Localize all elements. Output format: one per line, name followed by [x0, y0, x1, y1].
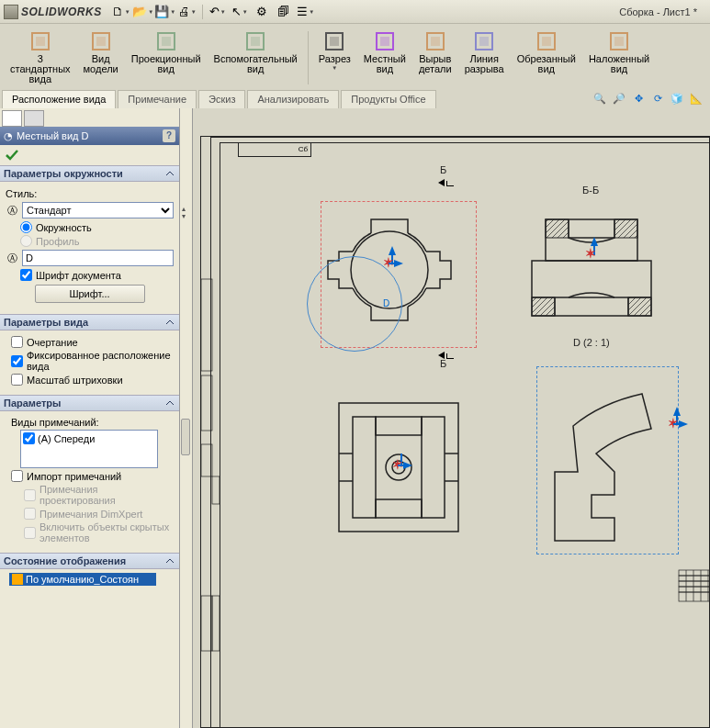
- ribbon-вспомогательный[interactable]: Вспомогательныйвид: [208, 28, 304, 88]
- ribbon-наложенный[interactable]: Наложенныйвид: [582, 28, 656, 88]
- fixed-pos-check[interactable]: [11, 355, 23, 367]
- splitter-arrows-icon: ▴▾: [182, 206, 186, 220]
- ribbon-3[interactable]: 3стандартныхвида: [4, 28, 77, 88]
- style-combo[interactable]: Стандарт: [22, 202, 174, 218]
- profile-radio[interactable]: [20, 235, 32, 247]
- svg-rect-1: [36, 37, 45, 46]
- svg-rect-9: [330, 37, 339, 46]
- circle-radio-label: Окружность: [36, 222, 92, 233]
- panel-splitter[interactable]: ▴▾: [180, 108, 193, 728]
- list-icon: ☰: [297, 6, 308, 17]
- detail-circle-label: D: [383, 298, 389, 308]
- undo-icon: ↶: [209, 6, 220, 17]
- panel-tab-feature[interactable]: [2, 110, 22, 127]
- chevron-up-icon[interactable]: [164, 168, 175, 179]
- ribbon-icon: [473, 30, 495, 52]
- ribbon-вырыв[interactable]: Вырывдетали: [412, 28, 458, 88]
- drawing-canvas[interactable]: Сб: [193, 108, 710, 728]
- font-button[interactable]: Шрифт...: [35, 285, 145, 303]
- ribbon-обрезанный[interactable]: Обрезанныйвид: [511, 28, 582, 88]
- ribbon-вид[interactable]: Видмодели: [77, 28, 125, 88]
- name-icon: Ⓐ: [6, 252, 18, 265]
- splitter-handle[interactable]: [181, 419, 190, 455]
- logo-cube-icon: [4, 5, 18, 19]
- doc-font-label: Шрифт документа: [36, 270, 121, 281]
- chevron-up-icon[interactable]: [164, 398, 175, 409]
- open-button[interactable]: 📂▼: [133, 3, 153, 21]
- pm-body[interactable]: Параметры окружности Стиль: Ⓐ Стандарт О…: [0, 165, 179, 728]
- title-block-cell: Сб: [238, 142, 311, 157]
- note-types-list[interactable]: (А) Спереди: [20, 430, 158, 468]
- select-icon: ↖: [231, 6, 242, 17]
- ribbon-icon: [608, 30, 630, 52]
- print-icon: 🖨: [178, 6, 190, 17]
- ok-button[interactable]: [4, 147, 20, 163]
- import-notes-check[interactable]: [11, 470, 23, 482]
- svg-rect-15: [479, 37, 489, 46]
- display-state-item[interactable]: По умолчанию_Состоян: [9, 573, 156, 586]
- svg-rect-3: [96, 37, 106, 46]
- ribbon-icon: [155, 30, 177, 52]
- section-view-params[interactable]: Параметры вида: [0, 314, 179, 330]
- outline-check[interactable]: [11, 336, 23, 348]
- app-logo: SOLIDWORKS: [4, 5, 102, 19]
- help-button[interactable]: ?: [163, 129, 175, 142]
- doc-font-check[interactable]: [20, 269, 32, 281]
- pm-title: Местный вид D: [17, 130, 89, 141]
- tab-0[interactable]: Расположение вида: [2, 90, 116, 108]
- svg-rect-5: [162, 37, 171, 46]
- tab-3[interactable]: Анализировать: [247, 90, 339, 108]
- detail-view-box[interactable]: [536, 366, 679, 554]
- pm-confirm-bar: [0, 145, 179, 165]
- save-button[interactable]: 💾▼: [155, 3, 175, 21]
- rebuild-button[interactable]: ⚙: [252, 3, 272, 21]
- property-manager: ◔ Местный вид D ? Параметры окружности С…: [0, 108, 180, 728]
- pan-icon[interactable]: ✥: [630, 90, 647, 106]
- zoom-area-icon[interactable]: 🔎: [611, 90, 627, 106]
- svg-rect-7: [251, 37, 260, 46]
- display-style-icon[interactable]: 🧊: [669, 90, 685, 106]
- circle-radio[interactable]: [20, 221, 32, 233]
- options-button[interactable]: 🗐: [274, 3, 294, 21]
- tab-1[interactable]: Примечание: [118, 90, 197, 108]
- chevron-up-icon[interactable]: [164, 317, 175, 328]
- ribbon-icon: [535, 30, 558, 52]
- ribbon-линия[interactable]: Линияразрыва: [458, 28, 511, 88]
- list-button[interactable]: ☰▼: [296, 3, 316, 21]
- detail-label: D (2 : 1): [573, 337, 610, 348]
- state-icon: [12, 574, 23, 585]
- ribbon-icon: [29, 30, 51, 52]
- view-settings-icon[interactable]: 📐: [688, 90, 704, 106]
- ribbon-icon: [424, 30, 446, 52]
- proj-notes-check[interactable]: [24, 489, 36, 501]
- dimxpert-label: Примечания DimXpert: [39, 509, 142, 520]
- chevron-up-icon[interactable]: [164, 555, 175, 566]
- ribbon-проекционный[interactable]: Проекционныйвид: [125, 28, 208, 88]
- new-button[interactable]: 🗋▼: [111, 3, 131, 21]
- section-display-state[interactable]: Состояние отображения: [0, 553, 179, 569]
- list-item[interactable]: (А) Спереди: [23, 432, 155, 444]
- section-params[interactable]: Параметры: [0, 395, 179, 411]
- dimxpert-check[interactable]: [24, 508, 36, 520]
- pm-title-bar: ◔ Местный вид D ?: [0, 127, 179, 145]
- zoom-fit-icon[interactable]: 🔍: [592, 90, 608, 106]
- new-icon: 🗋: [112, 6, 124, 17]
- section-circle-params[interactable]: Параметры окружности: [0, 165, 179, 182]
- ribbon-разрез[interactable]: Разрез▼: [312, 28, 357, 88]
- select-button[interactable]: ↖▼: [230, 3, 250, 21]
- view-toolbar: 🔍 🔎 ✥ ⟳ 🧊 📐: [586, 88, 710, 108]
- hidden-obj-label: Включить объекты скрытых элементов: [39, 521, 174, 543]
- hatch-scale-check[interactable]: [11, 374, 23, 386]
- command-tabs: Расположение видаПримечаниеЭскизАнализир…: [0, 88, 710, 108]
- ribbon-местный[interactable]: Местныйвид: [357, 28, 412, 88]
- app-name: SOLIDWORKS: [21, 6, 102, 18]
- open-icon: 📂: [132, 6, 147, 17]
- detail-name-input[interactable]: [22, 250, 174, 266]
- tab-4[interactable]: Продукты Office: [341, 90, 435, 108]
- panel-tab-config[interactable]: [24, 110, 44, 127]
- rotate-icon[interactable]: ⟳: [649, 90, 666, 106]
- hidden-obj-check[interactable]: [24, 527, 36, 539]
- tab-2[interactable]: Эскиз: [198, 90, 245, 108]
- print-button[interactable]: 🖨▼: [177, 3, 197, 21]
- undo-button[interactable]: ↶▼: [208, 3, 228, 21]
